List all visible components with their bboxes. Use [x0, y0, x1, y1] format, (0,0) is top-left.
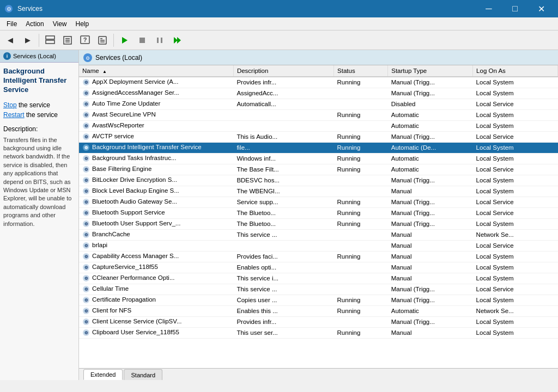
table-row[interactable]: ⚙ Background Intelligent Transfer Servic… — [79, 142, 558, 153]
menu-view[interactable]: View — [48, 19, 71, 29]
forward-button[interactable]: ▶ — [20, 33, 36, 48]
start-service-button[interactable] — [117, 33, 133, 48]
table-row[interactable]: ⚙ Bluetooth Support ServiceThe Bluetoo..… — [79, 207, 558, 218]
menu-help[interactable]: Help — [71, 19, 94, 29]
table-row[interactable]: ⚙ Background Tasks Infrastruc...Windows … — [79, 153, 558, 164]
properties-button[interactable] — [94, 33, 111, 48]
table-row[interactable]: ⚙ Capability Access Manager S...Provides… — [79, 251, 558, 262]
svg-text:⚙: ⚙ — [84, 330, 88, 335]
cell-startup: Manual (Trigg... — [388, 175, 473, 186]
close-button[interactable]: ✕ — [529, 0, 554, 17]
cell-startup: Manual (Trigg... — [388, 131, 473, 142]
back-button[interactable]: ◀ — [2, 33, 19, 48]
menu-action[interactable]: Action — [21, 19, 48, 29]
service-name-text: Bluetooth Audio Gateway Se... — [92, 198, 177, 205]
table-row[interactable]: ⚙ AvastWscReporterAutomaticLocal System — [79, 120, 558, 131]
svg-text:⚙: ⚙ — [84, 222, 88, 226]
service-name-text: Bluetooth Support Service — [92, 209, 165, 216]
service-name-text: AvastWscReporter — [92, 122, 144, 128]
cell-logon: Local System — [473, 218, 558, 229]
svg-text:⚙: ⚙ — [7, 6, 11, 12]
restart-link[interactable]: Restart — [3, 111, 25, 119]
tab-standard[interactable]: Standard — [124, 369, 162, 380]
cell-status: Running — [334, 251, 388, 262]
table-row[interactable]: ⚙ BitLocker Drive Encryption S...BDESVC … — [79, 175, 558, 186]
table-row[interactable]: ⚙ Block Level Backup Engine S...The WBEN… — [79, 186, 558, 197]
cell-desc: Enables opti... — [233, 262, 333, 273]
table-row[interactable]: ⚙ AssignedAccessManager Ser...AssignedAc… — [79, 88, 558, 99]
table-row[interactable]: ⚙ CCleaner Performance Opti...This servi… — [79, 273, 558, 284]
cell-status — [334, 88, 388, 99]
table-row[interactable]: ⚙ Certificate PropagationCopies user ...… — [79, 295, 558, 305]
menu-file[interactable]: File — [2, 19, 21, 29]
svg-text:⚙: ⚙ — [84, 298, 88, 303]
cell-status — [334, 240, 388, 251]
maximize-button[interactable]: □ — [502, 0, 527, 17]
table-row[interactable]: ⚙ Clipboard User Service_118f55This user… — [79, 327, 558, 338]
col-header-startup[interactable]: Startup Type — [388, 65, 473, 77]
cell-logon: Local System — [473, 262, 558, 273]
table-row[interactable]: ⚙ BranchCacheThis service ...ManualNetwo… — [79, 229, 558, 240]
pane-header-title: Services (Local) — [95, 54, 142, 62]
cell-logon: Network Se... — [473, 305, 558, 316]
service-name-text: Auto Time Zone Updater — [92, 100, 160, 107]
cell-logon: Local System — [473, 295, 558, 305]
svg-text:⚙: ⚙ — [84, 287, 88, 292]
table-row[interactable]: ⚙ AVCTP serviceThis is Audio...RunningMa… — [79, 131, 558, 142]
cell-startup: Manual (Trigg... — [388, 207, 473, 218]
minimize-button[interactable]: ─ — [476, 0, 501, 17]
gear-icon: ⚙ — [82, 111, 90, 119]
cell-desc: The Bluetoo... — [233, 218, 333, 229]
table-row[interactable]: ⚙ Auto Time Zone UpdaterAutomaticall...D… — [79, 99, 558, 109]
gear-icon: ⚙ — [82, 253, 90, 260]
cell-status — [334, 99, 388, 109]
resume-service-button[interactable] — [169, 33, 185, 48]
nav-content: Background Intelligent Transfer Service … — [0, 63, 78, 380]
gear-icon: ⚙ — [82, 242, 90, 249]
cell-startup: Manual (Trigg... — [388, 284, 473, 295]
gear-icon: ⚙ — [82, 166, 90, 173]
pause-service-button[interactable] — [151, 33, 168, 48]
table-row[interactable]: ⚙ Avast SecureLine VPNRunningAutomaticLo… — [79, 109, 558, 120]
table-row[interactable]: ⚙ brlapiManualLocal Service — [79, 240, 558, 251]
cell-desc: Provides faci... — [233, 251, 333, 262]
tab-extended[interactable]: Extended — [83, 369, 123, 380]
table-row[interactable]: ⚙ Bluetooth Audio Gateway Se...Service s… — [79, 197, 558, 207]
svg-text:⚙: ⚙ — [84, 178, 88, 183]
cell-desc: Copies user ... — [233, 295, 333, 305]
col-header-logon[interactable]: Log On As — [473, 65, 558, 77]
help-button[interactable]: ? — [77, 33, 93, 48]
table-row[interactable]: ⚙ Base Filtering EngineThe Base Filt...R… — [79, 164, 558, 175]
stop-link[interactable]: Stop — [3, 101, 17, 109]
cell-startup: Manual — [388, 240, 473, 251]
service-name-text: Background Intelligent Transfer Service — [92, 144, 202, 150]
cell-desc — [233, 109, 333, 120]
show-hide-button[interactable] — [42, 33, 58, 48]
gear-icon: ⚙ — [82, 100, 90, 108]
svg-marker-18 — [174, 37, 178, 44]
cell-logon: Local System — [473, 327, 558, 338]
gear-icon: ⚙ — [82, 220, 90, 228]
table-row[interactable]: ⚙ Bluetooth User Support Serv_...The Blu… — [79, 218, 558, 229]
table-row[interactable]: ⚙ CaptureService_118f55Enables opti...Ma… — [79, 262, 558, 273]
selected-service-name: Background Intelligent Transfer Service — [3, 67, 75, 95]
cell-logon: Local System — [473, 142, 558, 153]
cell-name: ⚙ Certificate Propagation — [79, 295, 233, 305]
col-header-name[interactable]: Name — [79, 65, 233, 77]
services-table-container[interactable]: Name Description Status Startup Type Log… — [79, 65, 558, 368]
cell-desc: This service ... — [233, 229, 333, 240]
stop-service-button[interactable] — [134, 33, 150, 48]
cell-name: ⚙ Bluetooth User Support Serv_... — [79, 218, 233, 229]
cell-status: Running — [334, 305, 388, 316]
table-row[interactable]: ⚙ Client License Service (ClipSV...Provi… — [79, 316, 558, 327]
col-header-status[interactable]: Status — [334, 65, 388, 77]
desc-label: Description: — [3, 125, 75, 133]
export-button[interactable] — [59, 33, 76, 48]
table-row[interactable]: ⚙ AppX Deployment Service (A...Provides … — [79, 77, 558, 88]
col-header-desc[interactable]: Description — [233, 65, 333, 77]
service-name-text: BranchCache — [92, 231, 130, 237]
cell-status: Running — [334, 164, 388, 175]
table-row[interactable]: ⚙ Cellular TimeThis service ...Manual (T… — [79, 284, 558, 295]
table-row[interactable]: ⚙ Client for NFSEnables this ...RunningA… — [79, 305, 558, 316]
cell-logon: Network Se... — [473, 229, 558, 240]
